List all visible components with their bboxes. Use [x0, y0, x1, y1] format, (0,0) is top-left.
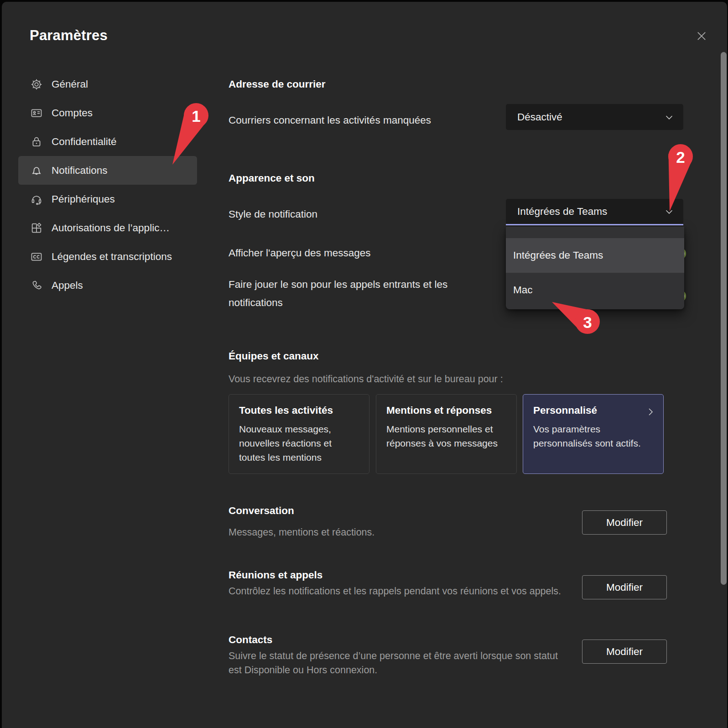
meetings-calls-desc: Contrôlez les notifications et les rappe…: [229, 584, 566, 598]
sidebar-item-label: Périphériques: [52, 193, 115, 205]
captions-icon: [30, 250, 43, 263]
message-preview-label: Afficher l'aperçu des messages: [229, 247, 371, 259]
card-custom[interactable]: Personnalisé Vos paramètres personnalisé…: [523, 394, 664, 474]
lock-icon: [30, 135, 43, 148]
conversation-modify-button[interactable]: Modifier: [582, 510, 667, 535]
page-title: Paramètres: [30, 27, 108, 44]
menu-option-teams[interactable]: Intégrées de Teams: [506, 238, 684, 273]
scrollbar-thumb[interactable]: [721, 52, 727, 585]
contacts-modify-button[interactable]: Modifier: [582, 640, 667, 664]
conversation-desc: Messages, mentions et réactions.: [229, 527, 374, 538]
card-body: Vos paramètres personnalisés sont actifs…: [533, 422, 648, 450]
headset-icon: [30, 193, 43, 206]
appearance-section-heading: Apparence et son: [229, 172, 315, 184]
chevron-right-icon: [645, 406, 656, 417]
teams-channels-heading: Équipes et canaux: [229, 350, 319, 362]
sidebar-item-label: Autorisations de l’applic…: [52, 222, 170, 234]
contacts-title: Contacts: [229, 634, 272, 646]
chevron-down-icon: [663, 206, 675, 218]
chevron-down-icon: [663, 111, 675, 123]
sidebar-item-appels[interactable]: Appels: [18, 271, 197, 300]
settings-dialog: Paramètres Général Comptes Confidentiali…: [2, 2, 727, 728]
meetings-calls-title: Réunions et appels: [229, 569, 322, 581]
id-card-icon: [30, 107, 43, 120]
card-all-activity[interactable]: Toutes les activités Nouveaux messages, …: [229, 394, 369, 474]
sidebar-item-notifications[interactable]: Notifications: [18, 156, 197, 185]
missed-activity-value: Désactivé: [517, 111, 663, 123]
teams-channels-subtitle: Vous recevrez des notifications d'activi…: [229, 374, 503, 385]
sidebar-item-label: Comptes: [52, 107, 93, 119]
card-mentions-replies[interactable]: Mentions et réponses Mentions personnell…: [376, 394, 517, 474]
sidebar-item-autorisations[interactable]: Autorisations de l’applic…: [18, 213, 197, 242]
app-permissions-icon: [30, 222, 43, 234]
sidebar-item-general[interactable]: Général: [18, 70, 197, 99]
menu-option-mac[interactable]: Mac: [506, 273, 684, 307]
sidebar-item-label: Général: [52, 78, 88, 90]
meetings-calls-modify-button[interactable]: Modifier: [582, 575, 667, 599]
sidebar-item-peripheriques[interactable]: Périphériques: [18, 185, 197, 213]
sidebar-item-comptes[interactable]: Comptes: [18, 99, 197, 127]
sidebar-item-legendes[interactable]: Légendes et transcriptions: [18, 242, 197, 271]
card-title: Toutes les activités: [239, 405, 359, 416]
sidebar-item-label: Notifications: [52, 165, 108, 177]
sidebar-item-label: Confidentialité: [52, 136, 117, 148]
phone-icon: [30, 279, 43, 292]
sound-label: Faire jouer le son pour les appels entra…: [229, 276, 502, 312]
close-icon: [695, 30, 708, 42]
conversation-title: Conversation: [229, 505, 294, 517]
sidebar-item-confidentialite[interactable]: Confidentialité: [18, 127, 197, 156]
sidebar-item-label: Appels: [52, 280, 83, 291]
contacts-desc: Suivre le statut de présence d’une perso…: [229, 649, 568, 677]
close-button[interactable]: [692, 27, 711, 45]
gear-icon: [30, 78, 43, 91]
notification-style-label: Style de notification: [229, 208, 317, 220]
card-title: Mentions et réponses: [386, 405, 506, 416]
missed-activity-dropdown[interactable]: Désactivé: [506, 104, 683, 130]
bell-icon: [30, 164, 43, 177]
mail-section-heading: Adresse de courrier: [229, 78, 326, 90]
notification-style-select[interactable]: Intégrées de Teams: [506, 199, 683, 225]
card-title: Personnalisé: [533, 405, 653, 416]
missed-activity-label: Courriers concernant les activités manqu…: [229, 114, 431, 126]
sidebar-item-label: Légendes et transcriptions: [52, 251, 172, 263]
notification-style-menu: Intégrées de Teams Mac: [506, 227, 684, 309]
notification-style-value: Intégrées de Teams: [517, 206, 663, 218]
card-body: Nouveaux messages, nouvelles réactions e…: [239, 422, 348, 464]
card-body: Mentions personnelles et réponses à vos …: [386, 422, 501, 450]
